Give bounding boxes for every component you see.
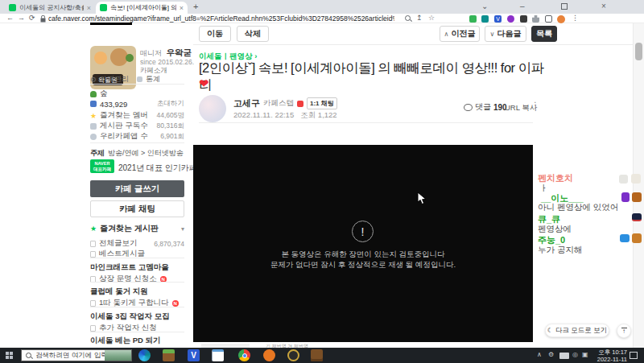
video-player[interactable]: ! 본 동영상은 유해한 장면이 있는지 검토중입니다 문제가 없다면 잠시 후… xyxy=(193,145,533,342)
window-profile-chevron-icon[interactable]: ⌄ xyxy=(481,1,488,12)
notepad-icon[interactable] xyxy=(212,349,224,361)
url-text[interactable]: cafe.naver.com/steamindiegame?iframe_url… xyxy=(48,14,394,23)
doc-icon xyxy=(90,241,96,247)
minecraft-dirt-icon[interactable] xyxy=(311,349,323,361)
window-minimize-icon[interactable]: – xyxy=(520,1,525,12)
sidebar-item-all-posts[interactable]: 전체글보기 6,870,374 xyxy=(90,238,184,249)
tray-grid-icon[interactable]: ▣ xyxy=(582,351,588,358)
divider xyxy=(90,307,184,307)
dark-mode-button[interactable]: ☾ 다크 모드로 보기 xyxy=(545,324,609,337)
v-app-icon[interactable]: V xyxy=(188,349,200,361)
window-maximize-icon[interactable] xyxy=(561,3,568,10)
gear-icon: ⚙ xyxy=(90,76,97,84)
comments-button[interactable]: 댓글 190 xyxy=(464,101,507,113)
scroll-to-top-button[interactable]: ↑ xyxy=(617,324,631,338)
moon-icon: ☾ xyxy=(547,327,553,334)
browser-tab-2-active[interactable]: 속보! [이세계아이돌] 의 빼빼로.. × xyxy=(96,2,188,14)
dark-mode-label: 다크 모드로 보기 xyxy=(555,326,607,336)
browser-tab-1[interactable]: 이세돌의 공지사항/축출함 : 증.. × xyxy=(5,2,95,14)
one-to-one-chat-button[interactable]: 1:1 채팅 xyxy=(307,97,337,109)
edge-icon[interactable] xyxy=(138,349,151,361)
taskbar-search-box[interactable]: 검색하려면 여기에 입력하십시 xyxy=(21,349,132,361)
sidebar-item-album-workers[interactable]: 이세돌 3집 작업자 모집 xyxy=(90,311,184,322)
scrollbar-thumb[interactable] xyxy=(635,43,642,60)
post-title: [2인이상ˇ] 속보! [이세계아이돌] 의 빼빼로데이 영상!!! for 이… xyxy=(199,60,553,93)
tray-circle-icon[interactable]: ◎ xyxy=(572,351,578,358)
delete-label: 삭제 xyxy=(245,28,261,39)
cafe-app-icon xyxy=(90,134,97,140)
post-menu-kebab-icon[interactable]: ⋮ xyxy=(531,101,539,109)
tray-keyboard-icon[interactable] xyxy=(559,353,569,359)
divider xyxy=(90,282,184,283)
zoom-icon[interactable] xyxy=(405,15,411,21)
profile-avatar-icon[interactable] xyxy=(557,15,565,23)
sidebar-item-pd[interactable]: 이세돌 베는 PD 되기 xyxy=(90,336,184,346)
window-close-icon[interactable]: × xyxy=(601,1,606,12)
action-center-icon[interactable] xyxy=(630,352,638,359)
manager-name[interactable]: 우왁굳 xyxy=(167,47,192,57)
badge-line2: 대표카페 xyxy=(93,167,111,172)
invite-link[interactable]: 초대하기 xyxy=(157,99,184,109)
delete-post-button[interactable]: 삭제 xyxy=(237,26,269,42)
orange-app-icon[interactable] xyxy=(263,349,275,361)
new-tab-button[interactable]: + xyxy=(193,2,198,11)
forest-link[interactable]: 숲 xyxy=(100,89,108,99)
video-warning-line1: 본 동영상은 유해한 장면이 있는지 검토중입니다 xyxy=(193,250,533,260)
cafe-chat-button[interactable]: 카페 채팅 xyxy=(90,200,184,217)
manager-row: 매니저 우왁굳 xyxy=(140,47,192,59)
tab-close-icon[interactable]: × xyxy=(180,4,184,12)
chat-message: 누가 공지해 xyxy=(538,245,582,256)
extension-icon-v[interactable]: V xyxy=(494,15,502,23)
chat-emote-icon xyxy=(631,174,641,184)
taskbar-clock[interactable]: 오후 10:17 2022-11-11 xyxy=(588,349,627,363)
windows-start-button[interactable] xyxy=(6,352,13,359)
stats-icon xyxy=(137,76,142,82)
share-icon[interactable]: ↥ xyxy=(416,14,423,22)
chat-message: 아니 펜영상에 있었어 xyxy=(538,202,618,213)
sidebar-item-club-support[interactable]: 클럽메 돛거 지원 xyxy=(90,287,184,297)
move-post-button[interactable]: 이동 xyxy=(199,26,231,42)
browser-menu-kebab-icon[interactable]: ⋮ xyxy=(572,14,579,22)
next-post-button[interactable]: ∨ 다음글 xyxy=(485,26,526,42)
list-button[interactable]: 목록 xyxy=(531,26,557,42)
minecraft-grass-icon[interactable] xyxy=(163,349,175,361)
topic-value[interactable]: 방송/연예 > 인터넷방송 xyxy=(108,148,184,159)
clock-date: 2022-11-11 xyxy=(588,356,627,363)
author-row: 고세구 카페스텝 1:1 채팅 xyxy=(233,97,337,109)
split-screen-icon[interactable] xyxy=(545,15,552,23)
forward-icon[interactable]: → xyxy=(18,14,25,22)
sidebar-item-minecraft-village[interactable]: 마인크래프트 고멤마을 xyxy=(90,262,184,273)
search-highlight-image[interactable] xyxy=(105,349,131,361)
compass-app-icon[interactable] xyxy=(287,349,299,361)
up-arrow-icon: ↑ xyxy=(622,328,625,334)
sidebar-item-award-request[interactable]: 상장 문명 신청소 N xyxy=(90,274,184,284)
bookmark-star-icon[interactable]: ☆ xyxy=(428,14,435,22)
collapse-caret-icon[interactable]: ▾ xyxy=(181,225,184,233)
chrome-icon[interactable] xyxy=(238,349,250,361)
screen: 이세돌의 공지사항/축출함 : 증.. × 속보! [이세계아이돌] 의 빼빼로… xyxy=(0,0,644,363)
tray-show-hidden-icon[interactable]: ∧ xyxy=(537,351,542,358)
tray-settings-icon[interactable]: ⚙ xyxy=(548,351,554,358)
extension-icon-teal[interactable] xyxy=(481,15,489,23)
representative-cafe-text: 2021년 대표 인기카페 xyxy=(118,163,197,174)
fav-members-count: 44,605명 xyxy=(157,111,185,121)
divider xyxy=(193,44,633,45)
tab-close-icon[interactable]: × xyxy=(87,4,91,12)
warning-exclamation-icon: ! xyxy=(352,221,374,242)
extension-icon-purple[interactable] xyxy=(507,15,514,23)
author-avatar[interactable] xyxy=(199,95,226,122)
prev-post-button[interactable]: ∧ 이전글 xyxy=(440,26,480,42)
back-icon[interactable]: ← xyxy=(6,14,14,22)
cafe-write-button[interactable]: 카페 글쓰기 xyxy=(90,180,184,197)
fav-boards-header[interactable]: 즐겨찾는 게시판 xyxy=(100,223,159,234)
scrollbar-track[interactable] xyxy=(633,23,644,348)
author-name[interactable]: 고세구 xyxy=(233,97,260,109)
reload-icon[interactable]: ⟳ xyxy=(29,14,35,22)
comment-bubble-icon xyxy=(464,104,473,111)
list-label: 목록 xyxy=(536,28,552,39)
divider xyxy=(90,332,184,332)
extension-icon-green[interactable] xyxy=(469,15,477,23)
naver-cafe-favicon xyxy=(9,4,16,11)
search-icon xyxy=(26,353,31,358)
extension-icon-dark[interactable] xyxy=(520,15,527,23)
